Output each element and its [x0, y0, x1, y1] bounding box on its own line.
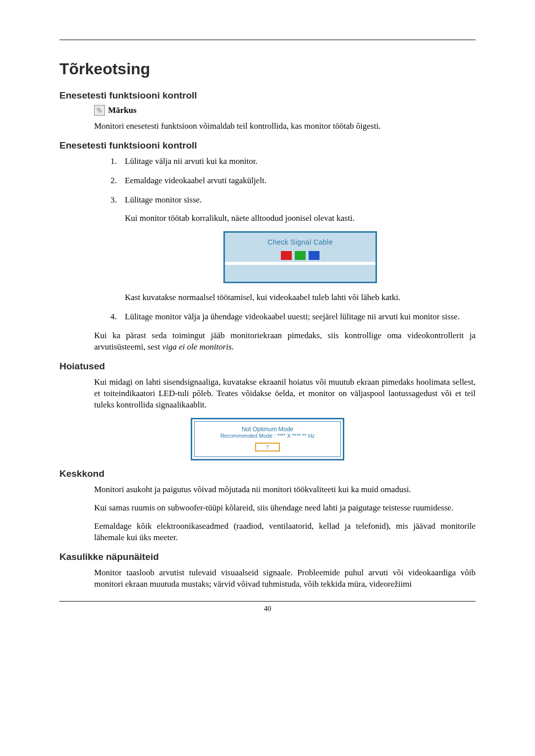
body-span: Kui ka pärast seda toimingut jääb monito… — [94, 331, 476, 352]
list-item: Lülitage monitor välja ja ühendage video… — [119, 311, 476, 323]
page-title: Tõrkeotsing — [59, 60, 476, 78]
step-text: Lülitage monitor sisse. — [125, 195, 202, 204]
section-heading: Enesetesti funktsiooni kontroll — [59, 140, 476, 151]
step-text: Eemaldage videokaabel arvuti tagaküljelt… — [125, 176, 267, 185]
figure-line2: Recommended Mode : **** X **** ** Hz — [198, 433, 337, 439]
body-text: Kui midagi on lahti sisendsignaaliga, ku… — [94, 377, 476, 411]
figure-line1: Not Optimum Mode — [198, 426, 337, 433]
step-text: Lülitage välja nii arvuti kui ka monitor… — [125, 156, 258, 166]
note-row: Märkus — [94, 105, 476, 116]
green-square-icon — [295, 251, 306, 260]
figure-inner: Not Optimum Mode Recommended Mode : ****… — [194, 421, 341, 457]
note-label: Märkus — [108, 105, 137, 115]
list-item: Eemaldage videokaabel arvuti tagaküljelt… — [119, 175, 476, 187]
figure-not-optimum-mode: Not Optimum Mode Recommended Mode : ****… — [191, 418, 344, 460]
figure-check-signal-cable: Check Signal Cable — [223, 231, 377, 283]
color-squares — [225, 251, 375, 260]
list-item: Lülitage monitor sisse. Kui monitor tööt… — [119, 195, 476, 303]
body-text: Kui ka pärast seda toimingut jääb monito… — [94, 330, 476, 353]
page-container: Tõrkeotsing Enesetesti funktsiooni kontr… — [0, 0, 535, 628]
list-item: Lülitage välja nii arvuti kui ka monitor… — [119, 156, 476, 167]
figure-help-button: ? — [255, 443, 280, 452]
body-text: Monitor taasloob arvutist tulevaid visua… — [94, 567, 476, 590]
figure-text: Check Signal Cable — [225, 238, 375, 247]
body-italic: viga ei ole monitoris. — [162, 342, 233, 352]
step-text: Lülitage monitor välja ja ühendage video… — [125, 312, 460, 321]
section-heading: Hoiatused — [59, 361, 476, 372]
body-text: Monitori asukoht ja paigutus võivad mõju… — [94, 484, 476, 496]
section-heading: Keskkond — [59, 468, 476, 479]
red-square-icon — [281, 251, 292, 260]
body-text: Eemaldage kõik elektroonikaseadmed (raad… — [94, 521, 476, 544]
figure-band: Check Signal Cable — [225, 233, 375, 262]
body-text: Monitori enesetesti funktsioon võimaldab… — [94, 121, 476, 132]
section-heading: Kasulikke näpunäiteid — [59, 552, 476, 562]
figure-band-bottom — [225, 265, 375, 282]
note-icon — [94, 105, 105, 116]
step-subtext: Kast kuvatakse normaalsel töötamisel, ku… — [125, 292, 476, 303]
section-heading: Enesetesti funktsiooni kontroll — [59, 90, 476, 101]
bottom-rule — [59, 601, 476, 602]
step-subtext: Kui monitor töötab korralikult, näete al… — [125, 213, 476, 224]
blue-square-icon — [309, 251, 320, 260]
top-rule — [59, 40, 476, 40]
body-text: Kui samas ruumis on subwoofer-tüüpi kõla… — [94, 503, 476, 514]
steps-list: Lülitage välja nii arvuti kui ka monitor… — [119, 156, 476, 323]
page-number: 40 — [59, 605, 476, 613]
